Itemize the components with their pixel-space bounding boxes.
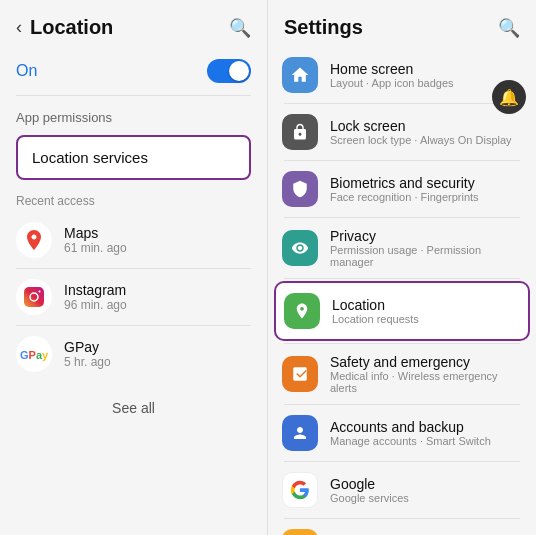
search-icon[interactable]: 🔍 — [229, 17, 251, 39]
list-item[interactable]: Instagram 96 min. ago — [0, 269, 267, 325]
biometrics-subtitle: Face recognition · Fingerprints — [330, 191, 479, 203]
header-left: ‹ Location — [16, 16, 113, 39]
location-services-button[interactable]: Location services — [16, 135, 251, 180]
accounts-subtitle: Manage accounts · Smart Switch — [330, 435, 491, 447]
biometrics-title: Biometrics and security — [330, 175, 479, 191]
panel-title: Location — [30, 16, 113, 39]
accounts-text: Accounts and backup Manage accounts · Sm… — [330, 419, 491, 447]
location-toggle-row: On — [0, 47, 267, 95]
list-item[interactable]: Maps 61 min. ago — [0, 212, 267, 268]
instagram-info: Instagram 96 min. ago — [64, 282, 127, 312]
location-icon — [284, 293, 320, 329]
google-icon — [282, 472, 318, 508]
settings-item-location[interactable]: Location Location requests — [276, 283, 528, 339]
safety-title: Safety and emergency — [330, 354, 522, 370]
safety-subtitle: Medical info · Wireless emergency alerts — [330, 370, 522, 394]
instagram-time: 96 min. ago — [64, 298, 127, 312]
settings-panel: Settings 🔍 🔔 Home screen Layout · App ic… — [268, 0, 536, 535]
gpay-icon: GPay — [16, 336, 52, 372]
see-all-button[interactable]: See all — [0, 386, 267, 430]
notification-bell-icon[interactable]: 🔔 — [492, 80, 526, 114]
home-screen-title: Home screen — [330, 61, 454, 77]
maps-name: Maps — [64, 225, 127, 241]
lock-screen-text: Lock screen Screen lock type · Always On… — [330, 118, 512, 146]
maps-info: Maps 61 min. ago — [64, 225, 127, 255]
settings-item-lock-screen[interactable]: Lock screen Screen lock type · Always On… — [268, 104, 536, 160]
settings-item-accounts[interactable]: Accounts and backup Manage accounts · Sm… — [268, 405, 536, 461]
advanced-icon — [282, 529, 318, 535]
panel-header: ‹ Location 🔍 — [0, 0, 267, 47]
google-subtitle: Google services — [330, 492, 409, 504]
privacy-text: Privacy Permission usage · Permission ma… — [330, 228, 522, 268]
instagram-icon — [16, 279, 52, 315]
accounts-title: Accounts and backup — [330, 419, 491, 435]
maps-icon — [16, 222, 52, 258]
instagram-name: Instagram — [64, 282, 127, 298]
settings-item-biometrics[interactable]: Biometrics and security Face recognition… — [268, 161, 536, 217]
google-text: Google Google services — [330, 476, 409, 504]
biometrics-icon — [282, 171, 318, 207]
google-title: Google — [330, 476, 409, 492]
lock-screen-icon — [282, 114, 318, 150]
back-button[interactable]: ‹ — [16, 17, 22, 38]
settings-header: Settings 🔍 — [268, 0, 536, 47]
app-permissions-label: App permissions — [0, 96, 267, 131]
svg-rect-0 — [24, 287, 44, 307]
svg-text:GPay: GPay — [20, 349, 48, 361]
home-screen-icon — [282, 57, 318, 93]
home-screen-text: Home screen Layout · App icon badges — [330, 61, 454, 89]
home-screen-subtitle: Layout · App icon badges — [330, 77, 454, 89]
biometrics-text: Biometrics and security Face recognition… — [330, 175, 479, 203]
settings-item-privacy[interactable]: Privacy Permission usage · Permission ma… — [268, 218, 536, 278]
gpay-name: GPay — [64, 339, 111, 355]
privacy-icon — [282, 230, 318, 266]
safety-text: Safety and emergency Medical info · Wire… — [330, 354, 522, 394]
settings-item-safety[interactable]: Safety and emergency Medical info · Wire… — [268, 344, 536, 404]
location-settings-panel: ‹ Location 🔍 On App permissions Location… — [0, 0, 268, 535]
lock-screen-title: Lock screen — [330, 118, 512, 134]
svg-point-2 — [39, 291, 41, 293]
settings-list: Home screen Layout · App icon badges Loc… — [268, 47, 536, 535]
location-title: Location — [332, 297, 419, 313]
privacy-subtitle: Permission usage · Permission manager — [330, 244, 522, 268]
settings-title: Settings — [284, 16, 363, 39]
accounts-icon — [282, 415, 318, 451]
location-text: Location Location requests — [332, 297, 419, 325]
settings-item-google[interactable]: Google Google services — [268, 462, 536, 518]
lock-screen-subtitle: Screen lock type · Always On Display — [330, 134, 512, 146]
divider — [284, 278, 520, 279]
location-toggle[interactable] — [207, 59, 251, 83]
location-subtitle: Location requests — [332, 313, 419, 325]
maps-time: 61 min. ago — [64, 241, 127, 255]
settings-item-advanced[interactable]: Advanced features — [268, 519, 536, 535]
gpay-time: 5 hr. ago — [64, 355, 111, 369]
gpay-info: GPay 5 hr. ago — [64, 339, 111, 369]
recent-access-label: Recent access — [0, 184, 267, 212]
safety-icon — [282, 356, 318, 392]
settings-search-icon[interactable]: 🔍 — [498, 17, 520, 39]
location-item-wrapper: Location Location requests — [274, 281, 530, 341]
privacy-title: Privacy — [330, 228, 522, 244]
list-item[interactable]: GPay GPay 5 hr. ago — [0, 326, 267, 382]
toggle-label: On — [16, 62, 37, 80]
